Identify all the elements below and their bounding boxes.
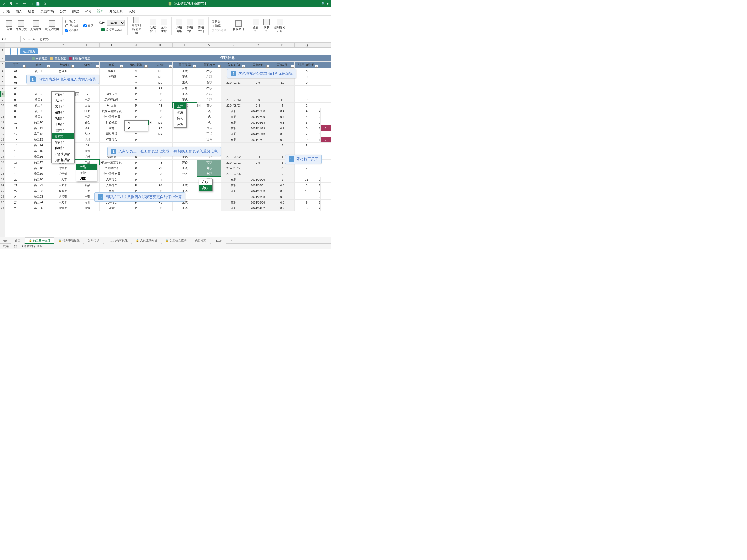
cell[interactable]: 16 [5,154,26,159]
dropdown-option[interactable]: UED [76,176,97,181]
cell[interactable]: 员工19 [26,171,51,177]
filter-icon[interactable]: ▾ [266,65,269,68]
cell[interactable]: 2024/05/13 [246,131,270,137]
row-header[interactable]: 23 [0,177,5,182]
cell[interactable]: 员工12 [26,131,51,137]
sheet-tab-人员流动分析[interactable]: 🔒人员流动分析 [132,237,161,244]
cell[interactable]: 劳务 [173,171,197,177]
table-header[interactable]: 司龄/月▾ [270,62,294,68]
cell[interactable]: 薪酬 [75,182,100,188]
cell[interactable]: 运营 [75,103,100,108]
cell[interactable] [246,148,270,154]
cell[interactable]: 2024/07/29 [246,114,270,120]
filter-icon[interactable]: ▾ [23,65,26,68]
dropdown-option[interactable]: 项目拓展部 [52,157,74,163]
row-header[interactable]: 7 [0,85,5,91]
cell[interactable]: 22 [5,188,26,194]
cell[interactable]: 2 [294,166,319,171]
cell[interactable]: 客服部 [51,188,75,194]
row-header[interactable]: 19 [0,154,5,160]
row-header[interactable]: 27 [0,200,5,205]
cell[interactable]: 运营部 [51,166,75,171]
cell[interactable]: 0 [294,97,319,102]
dropdown-option[interactable]: 市场部 [52,121,74,127]
cell[interactable]: 人事专员 [100,182,124,188]
cell[interactable]: 正式 [173,182,197,188]
dropdown-option[interactable]: 产品 [76,164,97,170]
cell[interactable]: 在职 [222,182,246,188]
cell[interactable]: 0.8 [270,194,294,199]
cell[interactable]: P [124,182,148,188]
row-header[interactable]: 2 [0,55,5,62]
cell[interactable]: M [124,131,148,137]
cell[interactable] [246,85,270,91]
cell[interactable]: 在职 [197,85,222,91]
cell[interactable]: 员工13 [26,137,51,142]
confirm-icon[interactable]: ✓ [28,37,31,41]
cell[interactable]: 01 [5,69,26,74]
cell[interactable]: 2024/07/05 [222,171,246,177]
freeze-col-button[interactable]: 冻结首列 [196,18,206,34]
status-macro-icon[interactable]: ⬚ [14,245,17,248]
cell[interactable]: 正式 [173,69,197,74]
cell[interactable]: 员工7 [26,103,51,108]
row-header[interactable]: 1 [0,48,5,55]
cell[interactable]: 运维 [75,154,100,159]
col-header-I[interactable]: I [100,43,124,47]
cell[interactable]: 试用 [197,137,222,142]
cell[interactable]: 1 [294,143,319,148]
col-header-G[interactable]: G [51,43,75,47]
cell[interactable]: 2 [319,182,321,188]
table-header[interactable]: 工号▾ [5,62,26,68]
spreadsheet-grid[interactable]: ⌂ 返回首页 离职员工重名员工即将转正员工 任职信息 工号▾姓名▾一级部门▾二级… [5,48,331,237]
status-accessibility[interactable]: ℹ 辅助功能: 调查 [22,244,42,248]
view-macro-button[interactable]: 查看宏 [251,18,261,34]
cell[interactable]: 离职 [197,160,222,165]
cell[interactable]: 0 [294,74,319,80]
cell[interactable]: M1 [148,120,173,125]
cell[interactable]: 劳务 [173,85,197,91]
row-header[interactable]: 13 [0,120,5,126]
cell[interactable]: 2 [319,205,321,211]
cell[interactable]: 正式 [173,205,197,211]
filter-icon[interactable]: ▾ [217,65,221,68]
row-header[interactable]: 22 [0,171,5,177]
row-header[interactable]: 8 [0,91,5,97]
freeze-panes-button[interactable]: 冻结窗格 [174,18,184,34]
cell[interactable]: 在职 [197,103,222,108]
home-icon[interactable]: ⌂ [10,48,18,55]
table-header[interactable]: 司龄/年▾ [246,62,270,68]
col-header-E[interactable]: E [5,43,26,47]
cell[interactable]: P3 [148,97,173,102]
table-header[interactable]: 职级▾ [148,62,173,68]
cell[interactable] [246,91,270,97]
cell[interactable]: P [124,137,148,142]
cell[interactable]: 0.5 [270,120,294,125]
cell[interactable]: P4 [148,177,173,182]
cell[interactable]: P [124,114,148,120]
cell[interactable]: 2024/08/08 [246,108,270,114]
dropdown-department[interactable]: 财务部人力部技术部销售部风控部市场部运营部总裁办综合部客服部业务支持部项目拓展部 [51,91,75,163]
row-header[interactable]: 25 [0,188,5,194]
cell[interactable]: 25 [5,205,26,211]
cell[interactable]: 4 [294,114,319,120]
cell[interactable]: 21 [5,182,26,188]
cell[interactable]: 风控部 [51,194,75,199]
open-icon[interactable]: 📄 [36,2,40,6]
sheet-tab-HELP[interactable]: HELP [211,237,226,244]
cell[interactable]: 在职 [197,91,222,97]
cell[interactable]: 0.4 [270,108,294,114]
row-header[interactable]: 14 [0,126,5,131]
dropdown-option[interactable]: 离职 [199,185,212,191]
fx-icon[interactable]: fx [33,37,35,41]
cell[interactable]: 在职 [222,126,246,131]
cell[interactable]: 14 [5,143,26,148]
cell[interactable]: 10 [294,188,319,194]
cell[interactable]: 2024/02/03 [246,188,270,194]
cell[interactable]: 资金 [75,120,100,125]
cell[interactable]: P [124,103,148,108]
filter-icon[interactable]: ▾ [193,65,196,68]
cell[interactable]: 式 [197,108,222,114]
name-box[interactable]: G8 [0,36,21,42]
cell[interactable]: P3 [148,126,173,131]
